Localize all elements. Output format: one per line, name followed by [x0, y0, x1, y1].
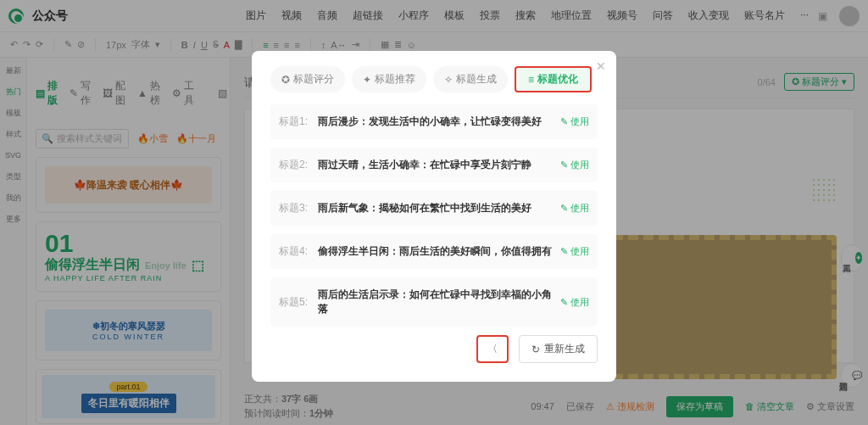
- modal-tab-score[interactable]: ✪ 标题评分: [270, 66, 345, 92]
- use-suggestion-button[interactable]: ✎ 使用: [560, 159, 589, 171]
- modal-tabs: ✪ 标题评分 ✦ 标题推荐 ✧ 标题生成 ≡ 标题优化: [270, 66, 598, 92]
- use-suggestion-button[interactable]: ✎ 使用: [560, 245, 589, 258]
- suggestion-label: 标题2:: [279, 158, 311, 172]
- regenerate-button[interactable]: ↻ 重新生成: [519, 335, 598, 363]
- use-suggestion-button[interactable]: ✎ 使用: [560, 115, 589, 128]
- title-suggestion-row: 标题3: 雨后新气象：揭秘如何在繁忙中找到生活的美好 ✎ 使用: [270, 191, 598, 226]
- suggestion-label: 标题1:: [279, 115, 311, 129]
- modal-tab-optimize[interactable]: ≡ 标题优化: [515, 66, 592, 92]
- suggestion-label: 标题3:: [279, 201, 311, 215]
- modal-mask[interactable]: ✕ ✪ 标题评分 ✦ 标题推荐 ✧ 标题生成 ≡ 标题优化 标题1: 雨后漫步：…: [0, 0, 868, 425]
- suggestion-text: 偷得浮生半日闲：雨后生活的美好瞬间，你值得拥有: [318, 244, 560, 259]
- suggestion-label: 标题5:: [279, 295, 311, 310]
- title-suggestion-row: 标题2: 雨过天晴，生活小确幸：在忙碌中享受片刻宁静 ✎ 使用: [270, 148, 598, 182]
- title-suggestion-row: 标题1: 雨后漫步：发现生活中的小确幸，让忙碌变得美好 ✎ 使用: [270, 104, 598, 139]
- modal-footer: 〈 ↻ 重新生成: [270, 335, 598, 363]
- use-suggestion-button[interactable]: ✎ 使用: [560, 202, 589, 215]
- modal-tab-recommend[interactable]: ✦ 标题推荐: [352, 66, 426, 92]
- title-suggestion-row: 标题5: 雨后的生活启示录：如何在忙碌中寻找到幸福的小角落 ✎ 使用: [270, 277, 598, 327]
- suggestion-text: 雨后新气象：揭秘如何在繁忙中找到生活的美好: [318, 201, 560, 215]
- suggestion-text: 雨后的生活启示录：如何在忙碌中寻找到幸福的小角落: [318, 288, 560, 316]
- suggestion-text: 雨过天晴，生活小确幸：在忙碌中享受片刻宁静: [318, 158, 560, 172]
- suggestion-text: 雨后漫步：发现生活中的小确幸，让忙碌变得美好: [318, 115, 560, 129]
- suggestion-label: 标题4:: [279, 244, 311, 259]
- modal-back-button[interactable]: 〈: [476, 335, 509, 363]
- title-suggestion-row: 标题4: 偷得浮生半日闲：雨后生活的美好瞬间，你值得拥有 ✎ 使用: [270, 234, 598, 269]
- title-optimize-modal: ✕ ✪ 标题评分 ✦ 标题推荐 ✧ 标题生成 ≡ 标题优化 标题1: 雨后漫步：…: [252, 51, 616, 382]
- use-suggestion-button[interactable]: ✎ 使用: [560, 296, 589, 309]
- modal-close-button[interactable]: ✕: [596, 59, 606, 73]
- modal-tab-generate[interactable]: ✧ 标题生成: [433, 66, 508, 92]
